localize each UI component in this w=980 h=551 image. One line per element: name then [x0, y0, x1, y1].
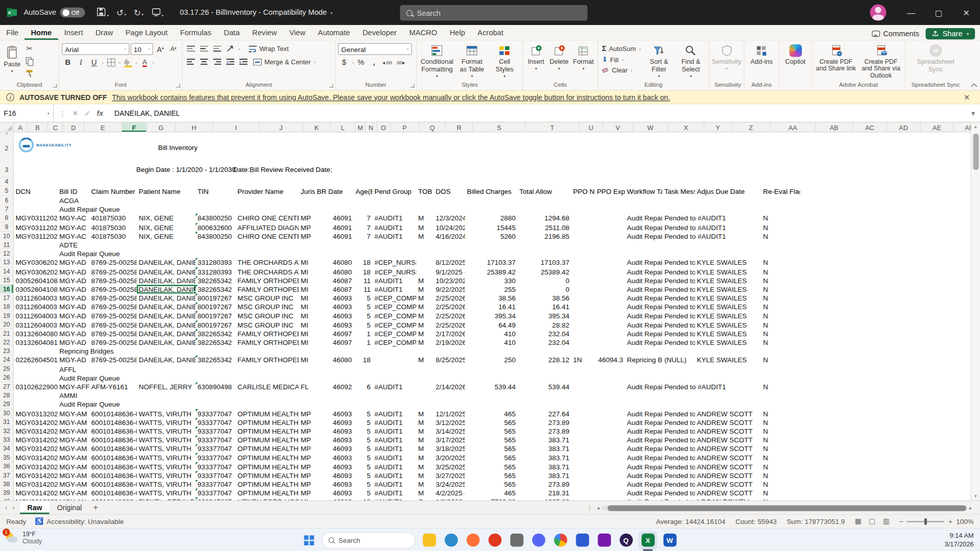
cell[interactable] [571, 471, 595, 480]
cell[interactable] [571, 444, 595, 453]
row-header-17[interactable]: 17 [0, 294, 14, 303]
cell[interactable]: 3/24/2025 [434, 480, 465, 488]
sheet-tab-raw[interactable]: Raw [20, 501, 50, 514]
cell[interactable]: MI [299, 285, 315, 293]
cell[interactable]: #AUDIT1 [373, 462, 416, 471]
autosum-button[interactable]: ΣAutoSum▾ [601, 44, 642, 54]
create-pdf-share-link-button[interactable]: Create PDF and Share link [815, 43, 857, 73]
cell[interactable]: 46091 [315, 223, 354, 232]
cell[interactable]: ANDREW SCOTT [695, 418, 714, 427]
bold-button[interactable]: B [62, 57, 74, 68]
cell[interactable] [571, 276, 595, 285]
cell[interactable] [595, 311, 625, 320]
wrap-text-button[interactable]: Wrap Text [248, 44, 290, 53]
cell[interactable]: 800197267 [195, 320, 235, 329]
cell[interactable]: 3/20/2025 [434, 453, 465, 462]
cell[interactable]: Audit Repair Queue [625, 462, 662, 471]
cell[interactable]: KYLE SWAILES [695, 303, 714, 311]
cell[interactable] [595, 232, 625, 240]
cell[interactable]: 331280393 [195, 258, 235, 267]
cell[interactable] [595, 480, 625, 488]
cell[interactable]: 46093 [315, 303, 354, 311]
cell[interactable]: 46097 [315, 338, 354, 346]
cell[interactable]: MI [299, 311, 315, 320]
cell[interactable]: 565 [465, 418, 518, 427]
cell[interactable]: Audit Repair Queue [625, 480, 662, 488]
cell[interactable]: 03112604003 [14, 294, 58, 303]
cell-styles-button[interactable]: Cell Styles▾ [489, 43, 520, 79]
cell[interactable]: 5 [354, 462, 373, 471]
column-header-P[interactable]: P [390, 122, 419, 132]
cell[interactable]: 03112604003 [14, 303, 58, 311]
column-header-X[interactable]: X [668, 122, 704, 132]
cell[interactable]: MI [299, 356, 315, 364]
cell[interactable]: MI [299, 276, 315, 285]
cell[interactable]: 8769-25-002581 [89, 320, 137, 329]
cell[interactable]: 383.71 [518, 444, 571, 453]
cell[interactable]: #CEP_COMP [373, 294, 416, 303]
cell[interactable]: Pended to #AUDIT1 [663, 427, 695, 435]
cell[interactable]: 8769-25-002581 [89, 338, 137, 346]
align-right-icon[interactable] [211, 56, 223, 67]
cell[interactable]: #AUDIT1 [373, 382, 416, 391]
cell[interactable]: Audit Repair Queue [625, 320, 662, 329]
cell[interactable]: OPTIMUM HEALTH [236, 409, 299, 417]
cell[interactable]: AFFILIATED DIAGNOSTIC [236, 223, 299, 232]
cell[interactable]: 3/27/2025 [434, 471, 465, 480]
cell[interactable]: 565 [465, 480, 518, 488]
cell[interactable]: 11 [354, 285, 373, 293]
cell[interactable] [595, 294, 625, 303]
row-header-29[interactable]: 29 [0, 400, 14, 409]
cell[interactable]: 933377047 [195, 471, 235, 480]
titlebar-search[interactable]: Search [400, 5, 587, 21]
cell[interactable]: 933377047 [195, 427, 235, 435]
autosave-switch[interactable]: Off [60, 8, 85, 18]
cell[interactable] [571, 320, 595, 329]
cell[interactable]: 800632600 [195, 223, 235, 232]
cell[interactable]: KYLE SWAILES [695, 329, 714, 338]
cell[interactable]: N [761, 320, 800, 329]
cell[interactable]: WATTS, VIRUTH [137, 462, 195, 471]
cell[interactable]: M [416, 462, 434, 471]
cell[interactable]: MP [299, 232, 315, 240]
cell[interactable]: Pended to #CEP_COMP [663, 294, 695, 303]
cell[interactable]: 46091 [315, 214, 354, 222]
cell[interactable]: 46093 [315, 418, 354, 427]
cell[interactable]: DANEILAK, DANIEL [137, 311, 195, 320]
cell[interactable] [595, 285, 625, 293]
tab-formulas[interactable]: Formulas [174, 25, 218, 40]
cell[interactable]: CHIRO ONE CENTER [236, 232, 299, 240]
cell[interactable]: MSC GROUP INC [236, 303, 299, 311]
cell[interactable]: MP [299, 409, 315, 417]
cell[interactable]: OPTIMUM HEALTH [236, 453, 299, 462]
cell[interactable] [595, 329, 625, 338]
undo-button[interactable]: ↺▾ [116, 8, 126, 17]
cell[interactable]: Audit Repair Queue [625, 329, 662, 338]
cell[interactable]: MP [299, 480, 315, 488]
cell[interactable] [571, 294, 595, 303]
cell[interactable]: 46097 [315, 329, 354, 338]
cell[interactable]: 273.89 [518, 418, 571, 427]
cell[interactable]: MGY-AM [58, 444, 89, 453]
column-header-V[interactable]: V [603, 122, 633, 132]
row-header-6[interactable]: 6 [0, 196, 14, 205]
sensitivity-button[interactable]: Sensitivity▾ [710, 43, 743, 71]
cell[interactable]: MGY-AM [58, 471, 89, 480]
cell[interactable]: MP [299, 436, 315, 444]
cell[interactable]: Pended to #AUDIT1 [663, 489, 695, 497]
cell[interactable]: KYLE SWAILES [695, 356, 714, 364]
cell[interactable]: MGY0311202 [14, 223, 58, 232]
scroll-left-icon[interactable]: ◂ [597, 505, 599, 511]
cell[interactable]: 565 [465, 427, 518, 435]
taskbar-search[interactable]: Search [322, 532, 415, 548]
underline-button[interactable]: U [88, 57, 100, 68]
cell[interactable]: KYLE SWAILES [695, 294, 714, 303]
row-header-25[interactable]: 25 [0, 365, 14, 373]
cell[interactable]: KYLE SWAILES [695, 320, 714, 329]
cell[interactable]: DANEILAK, DANIEL [137, 329, 195, 338]
cell[interactable]: MGY-AD [58, 267, 89, 276]
cell[interactable]: 5 [354, 489, 373, 497]
cell[interactable]: KYLE SWAILES [695, 267, 714, 276]
clear-button[interactable]: Clear▾ [601, 66, 642, 74]
cell[interactable]: #AUDIT1 [373, 444, 416, 453]
